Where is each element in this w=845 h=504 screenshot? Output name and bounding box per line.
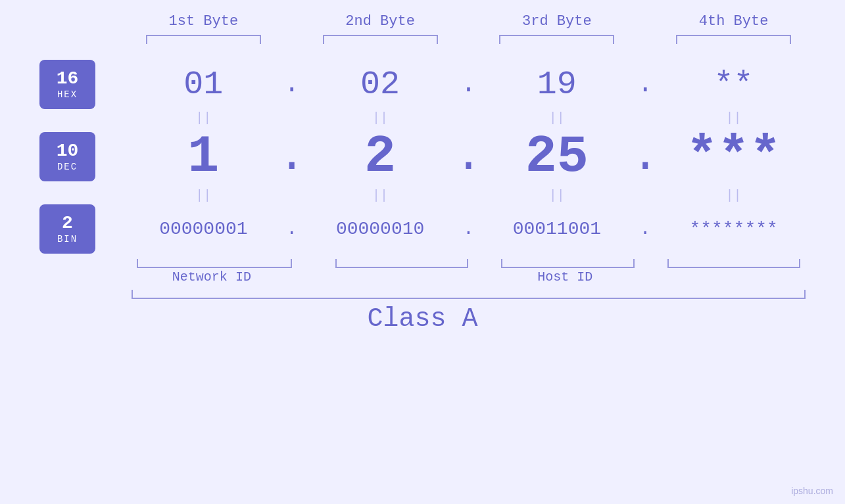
dec-val-2: 2 (308, 127, 452, 187)
bin-badge: 2 BIN (39, 204, 95, 254)
hex-val-2: 02 (308, 66, 452, 103)
byte-headers: 1st Byte 2nd Byte 3rd Byte 4th Byte (39, 13, 806, 30)
eq-2-1: || (132, 188, 276, 203)
eq-2-2: || (308, 188, 452, 203)
dec-cells: 1 . 2 . 25 . *** (132, 127, 806, 187)
bracket-top-1 (146, 35, 261, 44)
hex-val-1: 01 (132, 66, 276, 103)
bin-dot-2: . (452, 219, 485, 239)
bracket-cell-4 (662, 35, 806, 47)
main-container: 1st Byte 2nd Byte 3rd Byte 4th Byte 16 H… (0, 0, 845, 504)
bin-row: 2 BIN 00000001 . 00000010 . 00011001 . *… (39, 204, 806, 254)
dec-badge-area: 10 DEC (39, 132, 132, 181)
equals-row-1: || || || || (39, 110, 806, 126)
byte2-header: 2nd Byte (308, 13, 452, 30)
hex-badge-label: HEX (57, 89, 78, 100)
byte3-header: 3rd Byte (485, 13, 629, 30)
host-id-label: Host ID (325, 269, 806, 285)
bin-dot-1: . (276, 219, 308, 239)
dec-val-4: *** (662, 127, 806, 187)
bracket-top-3 (499, 35, 614, 44)
bracket-cell-1 (132, 35, 276, 47)
id-labels-row: Network ID Host ID (39, 269, 806, 285)
bin-val-4: ******** (662, 219, 806, 239)
big-bracket (132, 290, 806, 299)
eq-1-4: || (662, 110, 806, 126)
hex-cells: 01 . 02 . 19 . ** (132, 66, 806, 103)
dec-dot-3: . (629, 143, 662, 171)
dec-val-1: 1 (132, 127, 276, 187)
bracket-top-4 (676, 35, 791, 44)
eq-2-4: || (662, 188, 806, 203)
hex-row: 16 HEX 01 . 02 . 19 . ** (39, 60, 806, 109)
bin-dot-3: . (629, 219, 662, 239)
eq-cells-2: || || || || (132, 188, 806, 203)
top-brackets (39, 35, 806, 47)
byte4-header: 4th Byte (662, 13, 806, 30)
hex-val-4: ** (662, 66, 806, 103)
dec-row: 10 DEC 1 . 2 . 25 . *** (39, 127, 806, 187)
eq-cells-1: || || || || (132, 110, 806, 126)
dec-badge: 10 DEC (39, 132, 95, 181)
eq-1-1: || (132, 110, 276, 126)
bin-val-1: 00000001 (132, 219, 276, 239)
dec-badge-number: 10 (57, 141, 79, 162)
hex-dot-3: . (629, 70, 662, 99)
hex-badge: 16 HEX (39, 60, 95, 109)
dec-val-3: 25 (485, 127, 629, 187)
host-bracket-container (335, 259, 800, 268)
hex-badge-area: 16 HEX (39, 60, 132, 109)
bin-val-3: 00011001 (485, 219, 629, 239)
network-bracket (137, 259, 292, 268)
class-row: Class A (39, 304, 806, 334)
hex-val-3: 19 (485, 66, 629, 103)
byte1-header: 1st Byte (132, 13, 276, 30)
bin-badge-number: 2 (62, 214, 73, 234)
bracket-top-2 (323, 35, 438, 44)
network-bracket-container (137, 259, 292, 268)
class-label: Class A (367, 304, 477, 334)
equals-row-2: || || || || (39, 188, 806, 203)
network-id-label: Network ID (132, 269, 292, 285)
bin-badge-label: BIN (57, 234, 78, 244)
bracket-cell-2 (308, 35, 452, 47)
host-bracket (335, 259, 468, 268)
eq-1-2: || (308, 110, 452, 126)
bin-val-2: 00000010 (308, 219, 452, 239)
bin-badge-area: 2 BIN (39, 204, 132, 254)
hex-badge-number: 16 (57, 69, 79, 89)
bottom-bracket-row (39, 259, 806, 268)
eq-2-3: || (485, 188, 629, 203)
hex-dot-2: . (452, 70, 485, 99)
dec-dot-2: . (452, 143, 485, 171)
dec-badge-label: DEC (57, 162, 78, 172)
eq-1-3: || (485, 110, 629, 126)
dec-dot-1: . (276, 143, 308, 171)
watermark: ipshu.com (791, 486, 833, 496)
bin-cells: 00000001 . 00000010 . 00011001 . *******… (132, 219, 806, 239)
hex-dot-1: . (276, 70, 308, 99)
bracket-cell-3 (485, 35, 629, 47)
big-bracket-container (39, 290, 806, 299)
